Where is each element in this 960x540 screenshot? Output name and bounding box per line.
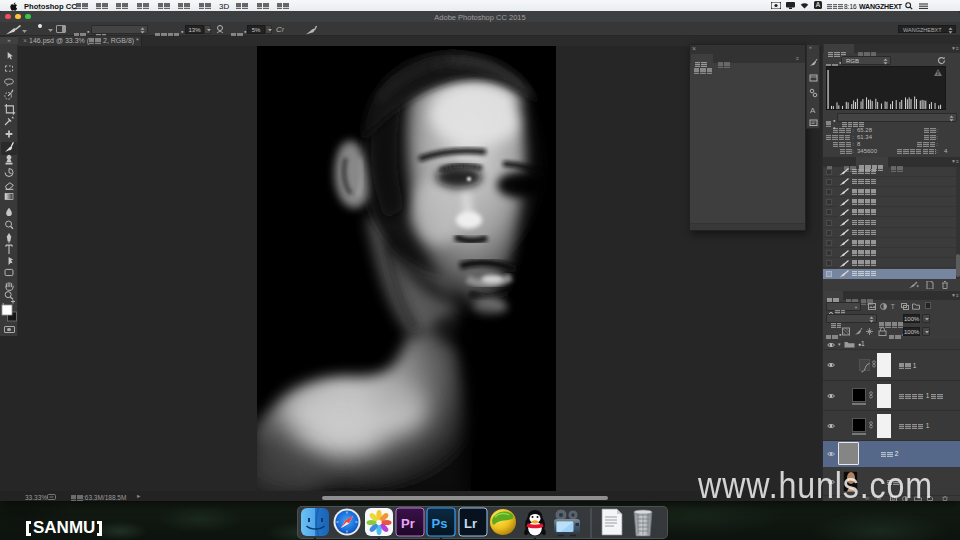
- svg-text:Ps: Ps: [432, 515, 448, 530]
- svg-text:A: A: [810, 106, 816, 115]
- svg-text:Lr: Lr: [464, 515, 477, 530]
- svg-text:Pr: Pr: [401, 515, 415, 530]
